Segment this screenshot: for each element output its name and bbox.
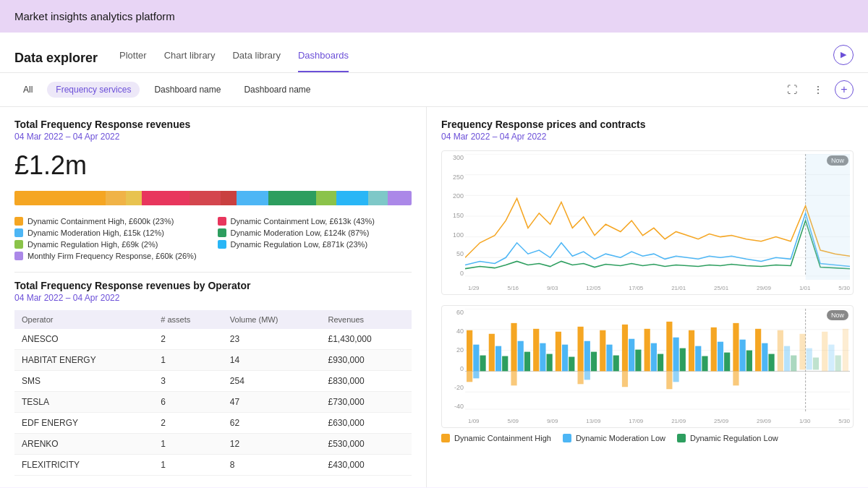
table-row: HABITAT ENERGY114£930,000	[14, 350, 412, 371]
table-row: EDF ENERGY262£630,000	[14, 413, 412, 434]
add-dashboard-icon[interactable]: +	[835, 80, 854, 99]
svg-rect-63	[746, 351, 752, 372]
svg-rect-37	[591, 352, 597, 372]
svg-rect-34	[569, 357, 574, 372]
filter-frequency-services[interactable]: Frequency services	[47, 82, 140, 98]
svg-rect-36	[584, 341, 590, 372]
svg-rect-18	[473, 345, 479, 372]
svg-rect-52	[680, 348, 686, 372]
svg-rect-64	[733, 371, 739, 385]
svg-rect-55	[689, 330, 694, 372]
svg-rect-42	[613, 356, 619, 372]
svg-rect-19	[480, 356, 485, 372]
svg-rect-26	[518, 341, 524, 372]
expand-icon[interactable]: ⛶	[783, 80, 801, 99]
bar-chart-inner	[465, 309, 850, 413]
svg-rect-50	[666, 322, 672, 372]
revenue-stacked-bar	[14, 191, 412, 205]
tab-plotter[interactable]: Plotter	[119, 44, 147, 72]
svg-rect-73	[813, 358, 819, 370]
revenue-chart-section: Total Frequency Response revenues 04 Mar…	[14, 119, 412, 260]
svg-rect-21	[473, 371, 479, 378]
table-row: ANESCO223£1,430,000	[14, 329, 412, 350]
col-volume: Volume (MW)	[223, 310, 321, 329]
content-area: Total Frequency Response revenues 04 Mar…	[0, 107, 868, 487]
svg-rect-59	[718, 342, 723, 372]
table-row: SMS3254£830,000	[14, 371, 412, 392]
filter-dashboard-1[interactable]: Dashboard name	[145, 82, 229, 98]
nav-header: Data explorer Plotter Chart library Data…	[0, 33, 868, 73]
svg-marker-8	[806, 154, 850, 280]
svg-rect-66	[762, 343, 767, 372]
legend-item-5: Dynamic Regulation Low, £871k (23%)	[218, 240, 412, 249]
line-chart-inner	[465, 154, 850, 280]
table-row: ARENKO112£530,000	[14, 434, 412, 455]
svg-rect-49	[658, 354, 663, 372]
left-panel: Total Frequency Response revenues 04 Mar…	[0, 107, 427, 487]
svg-rect-25	[511, 323, 516, 372]
filter-dashboard-2[interactable]: Dashboard name	[235, 82, 319, 98]
svg-rect-39	[584, 371, 590, 380]
svg-rect-67	[768, 354, 774, 372]
svg-rect-46	[622, 371, 628, 387]
revenue-value: £1.2m	[14, 150, 412, 181]
revenue-chart-title: Total Frequency Response revenues	[14, 119, 412, 130]
legend-item-6: Monthly Firm Frequency Response, £60k (2…	[14, 252, 209, 260]
filter-all[interactable]: All	[14, 82, 41, 98]
line-chart-y-axis: 300250200150100500	[442, 151, 465, 280]
revenue-legend: Dynamic Containment High, £600k (23%) Dy…	[14, 217, 412, 260]
tab-chart-library[interactable]: Chart library	[164, 44, 216, 72]
bar-legend-dml: Dynamic Moderation Low	[563, 434, 665, 442]
app-title-bar: Market insights analytics platform	[0, 0, 868, 33]
bar-chart-y-axis: 6040200-20-40	[442, 306, 465, 413]
legend-item-1: Dynamic Containment Low, £613k (43%)	[218, 217, 412, 226]
svg-rect-72	[807, 348, 812, 370]
table-row: TESLA647£730,000	[14, 392, 412, 413]
svg-rect-54	[673, 371, 678, 382]
section-divider	[14, 272, 412, 273]
svg-rect-38	[578, 371, 584, 384]
svg-rect-41	[606, 345, 612, 372]
svg-rect-60	[724, 353, 730, 372]
svg-rect-48	[651, 343, 657, 372]
svg-rect-23	[495, 346, 501, 372]
legend-item-4: Dynamic Regulation High, £69k (2%)	[14, 240, 209, 249]
svg-rect-29	[533, 329, 539, 372]
bar-chart-x-axis: 1/095/099/0913/0917/0921/0925/0929/091/3…	[465, 414, 853, 427]
operator-table-title: Total Frequency Response revenues by Ope…	[14, 280, 412, 291]
legend-item-2: Dynamic Moderation High, £15k (12%)	[14, 228, 209, 237]
svg-rect-76	[835, 356, 841, 372]
svg-rect-33	[562, 345, 568, 372]
app-title: Market insights analytics platform	[14, 10, 175, 22]
svg-rect-20	[467, 371, 472, 382]
bar-legend-dch: Dynamic Containment High	[441, 434, 551, 442]
svg-rect-30	[540, 343, 545, 372]
legend-item-0: Dynamic Containment High, £600k (23%)	[14, 217, 209, 226]
more-options-icon[interactable]: ⋮	[809, 80, 827, 99]
svg-rect-31	[547, 354, 553, 372]
tab-dashboards[interactable]: Dashboards	[298, 44, 349, 72]
line-chart-subtitle: 04 Mar 2022 – 04 Apr 2022	[441, 132, 854, 142]
svg-rect-27	[524, 352, 530, 372]
line-chart-area: Now 300250200150100500	[441, 150, 854, 295]
svg-rect-56	[695, 346, 701, 372]
svg-rect-69	[784, 346, 790, 372]
right-panel: Frequency Response prices and contracts …	[427, 107, 868, 487]
bar-chart-area: Now 6040200-20-40	[441, 305, 854, 428]
nav-tabs: Plotter Chart library Data library Dashb…	[119, 44, 349, 72]
svg-rect-35	[578, 327, 584, 372]
svg-rect-57	[702, 356, 707, 372]
bar-chart-legend: Dynamic Containment High Dynamic Moderat…	[441, 434, 854, 442]
svg-rect-24	[502, 356, 508, 372]
bar-legend-drl: Dynamic Regulation Low	[677, 434, 778, 442]
svg-rect-75	[828, 345, 834, 372]
svg-rect-40	[600, 330, 605, 372]
tab-data-library[interactable]: Data library	[232, 44, 280, 72]
legend-item-3: Dynamic Moderation Low, £124k (87%)	[218, 228, 412, 237]
operator-table: Operator # assets Volume (MW) Revenues A…	[14, 310, 412, 476]
play-button[interactable]: ▶	[833, 45, 854, 65]
svg-rect-51	[673, 338, 678, 372]
table-header-row: Operator # assets Volume (MW) Revenues	[14, 310, 412, 329]
line-chart-title: Frequency Response prices and contracts	[441, 119, 854, 130]
svg-rect-77	[843, 329, 848, 372]
